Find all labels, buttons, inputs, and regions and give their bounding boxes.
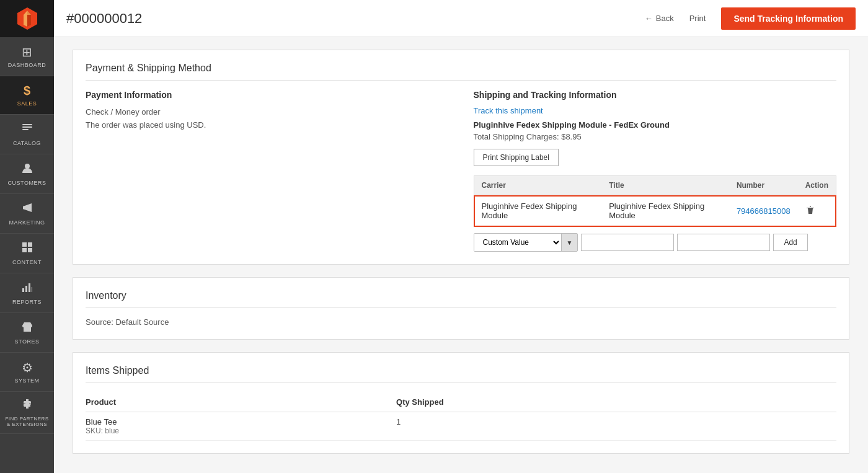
- items-shipped-title: Items Shipped: [86, 365, 836, 383]
- items-header-product: Product: [86, 392, 396, 412]
- payment-shipping-columns: Payment Information Check / Money order …: [86, 90, 836, 252]
- shipping-method-name: Pluginhive Fedex Shipping Module - FedEx…: [474, 120, 837, 130]
- sidebar-label-content: CONTENT: [12, 259, 42, 265]
- shipping-charges-label: Total Shipping Charges:: [474, 132, 559, 141]
- payment-shipping-title: Payment & Shipping Method: [86, 63, 836, 81]
- tracking-header-number: Number: [729, 176, 798, 195]
- sidebar-item-sales[interactable]: $ SALES: [0, 76, 54, 115]
- table-row: Blue Tee SKU: blue 1: [86, 412, 836, 441]
- sidebar-label-stores: STORES: [15, 338, 40, 345]
- sidebar-logo: [0, 0, 54, 37]
- system-icon: ⚙: [22, 360, 33, 375]
- svg-rect-13: [25, 286, 27, 292]
- customers-icon: [21, 162, 33, 177]
- topbar: #000000012 ← Back Print Send Tracking In…: [54, 0, 868, 37]
- tracking-table: Carrier Title Number Action Pluginhive F…: [474, 175, 837, 227]
- item-qty-shipped: 1: [396, 412, 836, 441]
- payment-method: Check / Money order: [86, 106, 449, 119]
- sidebar-item-extensions[interactable]: FIND PARTNERS & EXTENSIONS: [0, 392, 54, 434]
- sidebar-label-marketing: MARKETING: [9, 219, 45, 226]
- tracking-title: Pluginhive Fedex Shipping Module: [601, 195, 729, 227]
- extensions-icon: [21, 398, 33, 413]
- sidebar-item-catalog[interactable]: CATALOG: [0, 115, 54, 154]
- svg-point-7: [25, 164, 30, 169]
- add-tracking-button[interactable]: Add: [773, 234, 807, 251]
- reports-icon: [21, 281, 33, 296]
- tracking-header-carrier: Carrier: [474, 176, 601, 195]
- payment-info-title: Payment Information: [86, 90, 449, 100]
- sidebar-item-stores[interactable]: STORES: [0, 313, 54, 353]
- back-arrow-icon: ←: [645, 14, 653, 23]
- sidebar-item-marketing[interactable]: MARKETING: [0, 194, 54, 234]
- sidebar-label-catalog: CATALOG: [13, 140, 41, 146]
- back-label: Back: [656, 14, 674, 23]
- page-title: #000000012: [66, 11, 645, 27]
- back-button[interactable]: ← Back: [645, 14, 674, 23]
- custom-select-arrow-icon[interactable]: ▼: [561, 234, 578, 251]
- sidebar-item-content[interactable]: CONTENT: [0, 234, 54, 273]
- payment-shipping-section: Payment & Shipping Method Payment Inform…: [73, 50, 849, 265]
- svg-rect-8: [22, 242, 27, 247]
- track-shipment-link[interactable]: Track this shipment: [474, 106, 837, 115]
- inventory-source: Source: Default Source: [86, 317, 836, 327]
- marketing-icon: [21, 201, 33, 217]
- custom-number-input[interactable]: [677, 234, 770, 251]
- send-tracking-button[interactable]: Send Tracking Information: [721, 7, 856, 30]
- sidebar-item-customers[interactable]: CUSTOMERS: [0, 154, 54, 194]
- svg-rect-15: [32, 287, 32, 292]
- svg-rect-12: [22, 288, 24, 292]
- tracking-carrier: Pluginhive Fedex Shipping Module: [474, 195, 601, 227]
- stores-icon: [21, 320, 33, 336]
- items-header-qty: Qty Shipped: [396, 392, 836, 412]
- catalog-icon: [21, 122, 33, 138]
- inventory-title: Inventory: [86, 290, 836, 308]
- shipping-charges-value: $8.95: [561, 132, 582, 141]
- payment-info-column: Payment Information Check / Money order …: [86, 90, 449, 252]
- item-product-name: Blue Tee: [86, 417, 396, 427]
- svg-rect-11: [28, 248, 32, 252]
- custom-carrier-select[interactable]: Custom Value UPS FedEx USPS DHL: [474, 234, 561, 251]
- sidebar-label-reports: REPORTS: [12, 299, 42, 305]
- shipping-info-column: Shipping and Tracking Information Track …: [474, 90, 837, 252]
- custom-tracking-row: Custom Value UPS FedEx USPS DHL ▼ Add: [474, 233, 837, 252]
- svg-rect-14: [29, 283, 30, 292]
- tracking-number: 794666815008: [729, 195, 798, 227]
- sidebar-item-system[interactable]: ⚙ SYSTEM: [0, 353, 54, 392]
- items-shipped-section: Items Shipped Product Qty Shipped Blue T…: [73, 352, 849, 454]
- items-table: Product Qty Shipped Blue Tee SKU: blue 1: [86, 392, 836, 441]
- item-product-sku: SKU: blue: [86, 427, 396, 435]
- shipping-charges: Total Shipping Charges: $8.95: [474, 132, 837, 141]
- sidebar-label-extensions: FIND PARTNERS & EXTENSIONS: [3, 416, 51, 427]
- item-product-info: Blue Tee SKU: blue: [86, 412, 396, 441]
- shipping-info-title: Shipping and Tracking Information: [474, 90, 837, 100]
- main-content: #000000012 ← Back Print Send Tracking In…: [54, 0, 868, 473]
- svg-rect-4: [22, 124, 32, 125]
- dashboard-icon: ⊞: [22, 45, 32, 60]
- svg-rect-10: [22, 248, 27, 252]
- inventory-section: Inventory Source: Default Source: [73, 277, 849, 340]
- content-area: Payment & Shipping Method Payment Inform…: [54, 37, 868, 473]
- custom-title-input[interactable]: [581, 234, 674, 251]
- svg-rect-5: [22, 126, 32, 128]
- sidebar-item-dashboard[interactable]: ⊞ DASHBOARD: [0, 37, 54, 76]
- tracking-header-action: Action: [798, 176, 836, 195]
- svg-rect-9: [28, 242, 32, 247]
- print-shipping-label-button[interactable]: Print Shipping Label: [474, 149, 559, 166]
- sales-icon: $: [24, 84, 30, 98]
- tracking-row: Pluginhive Fedex Shipping Module Pluginh…: [474, 195, 836, 227]
- svg-rect-6: [22, 129, 29, 130]
- tracking-header-title: Title: [601, 176, 729, 195]
- topbar-actions: ← Back Print Send Tracking Information: [645, 7, 856, 30]
- tracking-action: [798, 195, 836, 227]
- sidebar-label-customers: CUSTOMERS: [8, 180, 46, 186]
- sidebar-label-dashboard: DASHBOARD: [8, 62, 46, 68]
- print-button[interactable]: Print: [683, 10, 712, 27]
- payment-currency-note: The order was placed using USD.: [86, 119, 449, 132]
- sidebar-item-reports[interactable]: REPORTS: [0, 273, 54, 313]
- custom-carrier-select-wrap: Custom Value UPS FedEx USPS DHL ▼: [474, 233, 578, 252]
- sidebar-label-sales: SALES: [17, 100, 37, 107]
- sidebar-label-system: SYSTEM: [14, 378, 39, 384]
- content-icon: [21, 241, 33, 257]
- delete-tracking-icon[interactable]: [805, 207, 815, 217]
- tracking-number-link[interactable]: 794666815008: [737, 206, 790, 216]
